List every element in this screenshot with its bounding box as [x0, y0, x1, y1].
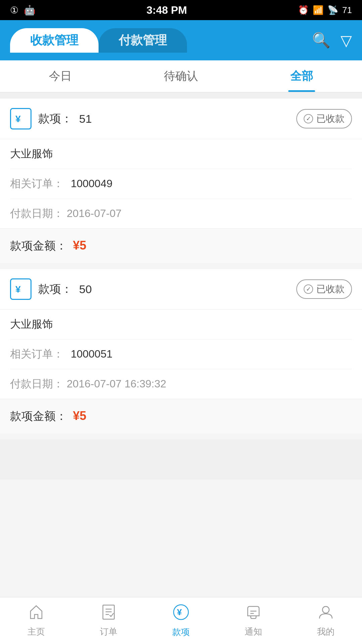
nav-mine[interactable]: 我的 [290, 597, 362, 644]
company-row-1: 大业服饰 [10, 139, 352, 169]
amount-row-1: 款项金额： ¥5 [0, 228, 362, 263]
nav-notice[interactable]: 通知 [217, 597, 290, 644]
status-number: ① [10, 5, 18, 16]
card-header-1: ¥ 款项： 51 ✓ 已收款 [0, 99, 362, 139]
status-circle-1: ✓ [304, 114, 313, 123]
status-bar-time: 3:48 PM [146, 4, 187, 16]
card-order-label-1: 款项： [38, 111, 72, 126]
android-icon: 🤖 [24, 5, 36, 16]
related-order-value-1: 1000049 [71, 177, 113, 190]
status-bar-left: ① 🤖 [10, 5, 36, 16]
tab-container: 收款管理 付款管理 [10, 28, 312, 53]
order-icon [100, 604, 117, 623]
amount-label-1: 款项金额： [10, 239, 67, 252]
nav-notice-label: 通知 [245, 626, 262, 638]
company-name-2: 大业服饰 [10, 318, 53, 330]
company-row-2: 大业服饰 [10, 310, 352, 339]
related-order-row-2: 相关订单： 1000051 [10, 339, 352, 369]
pay-date-value-2: 2016-07-07 16:39:32 [67, 378, 166, 390]
nav-mine-label: 我的 [317, 626, 335, 638]
card-body-2: 大业服饰 相关订单： 1000051 付款日期： 2016-07-07 16:3… [0, 310, 362, 399]
pay-date-label-1: 付款日期： [10, 207, 64, 219]
subtab-all[interactable]: 全部 [241, 60, 362, 92]
status-bar: ① 🤖 3:48 PM ⏰ 📶 📡 71 [0, 0, 362, 20]
bottom-nav: 主页 订单 ¥ 款项 通知 [0, 597, 362, 644]
related-order-label-2: 相关订单： [10, 348, 64, 360]
tab-payment[interactable]: 付款管理 [99, 28, 187, 53]
svg-text:¥: ¥ [177, 607, 182, 617]
pay-date-value-1: 2016-07-07 [67, 207, 122, 219]
signal-icon: 📡 [327, 5, 338, 15]
wifi-icon: 📶 [313, 5, 323, 15]
nav-payment[interactable]: ¥ 款项 [145, 597, 217, 644]
yuan-icon-1: ¥ [10, 108, 32, 129]
status-label-1: 已收款 [316, 112, 345, 125]
search-icon[interactable]: 🔍 [312, 32, 330, 49]
pay-date-label-2: 付款日期： [10, 378, 64, 390]
tab-collection[interactable]: 收款管理 [10, 28, 99, 53]
status-label-2: 已收款 [316, 283, 345, 296]
pay-date-row-1: 付款日期： 2016-07-07 [10, 199, 352, 228]
company-name-1: 大业服饰 [10, 148, 53, 160]
card-order-label-2: 款项： [38, 281, 72, 297]
svg-text:¥: ¥ [15, 114, 21, 124]
amount-value-1: ¥5 [73, 238, 86, 252]
divider-top [0, 93, 362, 99]
notice-icon [245, 604, 262, 623]
subtab-today[interactable]: 今日 [0, 60, 121, 92]
card-body-1: 大业服饰 相关订单： 1000049 付款日期： 2016-07-07 [0, 139, 362, 228]
header: 收款管理 付款管理 🔍 ▽ [0, 20, 362, 60]
amount-row-2: 款项金额： ¥5 [0, 399, 362, 433]
home-icon [28, 604, 45, 623]
card-order-no-1: 51 [79, 112, 92, 125]
card-header-left-1: ¥ 款项： 51 [10, 108, 92, 129]
card-order-no-2: 50 [79, 283, 92, 296]
battery-level: 71 [342, 5, 352, 15]
card-header-2: ¥ 款项： 50 ✓ 已收款 [0, 269, 362, 310]
mine-icon [317, 604, 334, 623]
payment-icon: ¥ [172, 603, 190, 624]
amount-value-2: ¥5 [73, 409, 86, 423]
card-header-left-2: ¥ 款项： 50 [10, 278, 92, 300]
payment-card-1: ¥ 款项： 51 ✓ 已收款 大业服饰 相关订单： 1000049 付款日期： … [0, 99, 362, 263]
pay-date-row-2: 付款日期： 2016-07-07 16:39:32 [10, 369, 352, 399]
svg-point-5 [322, 606, 329, 613]
header-icons: 🔍 ▽ [312, 32, 352, 49]
nav-order-label: 订单 [100, 626, 117, 638]
svg-text:¥: ¥ [15, 284, 21, 294]
status-badge-1: ✓ 已收款 [296, 109, 352, 128]
nav-order[interactable]: 订单 [72, 597, 145, 644]
subtab-pending[interactable]: 待确认 [121, 60, 241, 92]
content-area: ¥ 款项： 51 ✓ 已收款 大业服饰 相关订单： 1000049 付款日期： … [0, 93, 362, 644]
related-order-row-1: 相关订单： 1000049 [10, 169, 352, 199]
yuan-icon-2: ¥ [10, 278, 32, 300]
status-bar-right: ⏰ 📶 📡 71 [298, 5, 352, 15]
filter-icon[interactable]: ▽ [341, 32, 352, 49]
nav-home-label: 主页 [27, 626, 45, 638]
related-order-value-2: 1000051 [71, 348, 113, 360]
bottom-spacer [0, 439, 362, 480]
sub-tabs: 今日 待确认 全部 [0, 60, 362, 93]
amount-label-2: 款项金额： [10, 410, 67, 422]
nav-home[interactable]: 主页 [0, 597, 72, 644]
related-order-label-1: 相关订单： [10, 177, 64, 190]
payment-card-2: ¥ 款项： 50 ✓ 已收款 大业服饰 相关订单： 1000051 付款日期： … [0, 269, 362, 433]
nav-payment-label: 款项 [172, 626, 190, 638]
status-badge-2: ✓ 已收款 [296, 279, 352, 299]
alarm-icon: ⏰ [298, 5, 309, 15]
status-circle-2: ✓ [304, 284, 313, 294]
